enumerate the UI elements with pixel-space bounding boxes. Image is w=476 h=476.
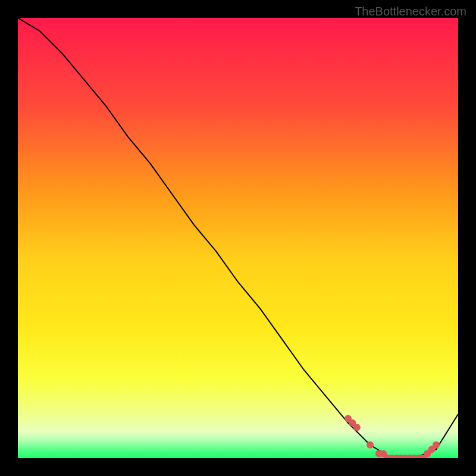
- highlight-dot: [353, 424, 361, 431]
- highlight-dot: [433, 441, 440, 449]
- watermark-text: TheBottlenecker.com: [355, 5, 466, 18]
- highlight-dot: [367, 441, 374, 449]
- bottleneck-curve-line: [18, 18, 458, 458]
- highlight-points-group: [345, 415, 440, 458]
- bottleneck-curve-svg: [18, 18, 458, 458]
- chart-area: [18, 18, 458, 458]
